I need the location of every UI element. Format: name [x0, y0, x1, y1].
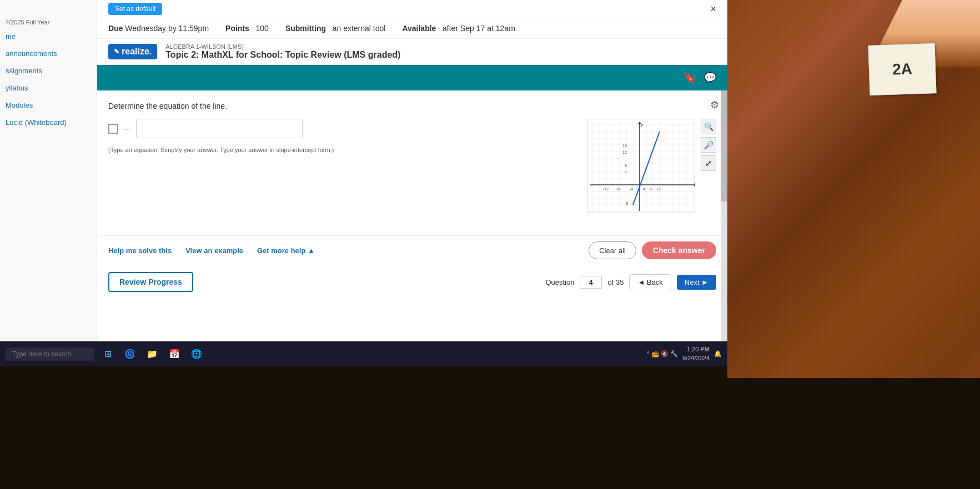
action-row: Help me solve this View an example Get m… [97, 235, 727, 265]
available-label: Available [402, 24, 436, 33]
screen: 4/2025 Full Year me announcements ssignm… [0, 0, 727, 366]
navigation-area: Question of 35 ◄ Back Next ► [545, 274, 716, 290]
realize-subtitle: ALGEBRA 1-WILSON (LMS) [165, 43, 400, 50]
realize-title: Topic 2: MathXL for School: Topic Review… [165, 50, 400, 60]
sidebar-year: 4/2025 Full Year [0, 17, 97, 28]
zoom-out-button[interactable]: 🔎 [701, 137, 716, 153]
current-date: 9/24/2024 [682, 354, 710, 362]
available-value: after Sep 17 at 12am [443, 24, 515, 33]
submitting-value: an external tool [333, 24, 386, 33]
paper-card: 2A [868, 43, 936, 95]
realize-header: ✎ realize. ALGEBRA 1-WILSON (LMS) Topic … [97, 39, 727, 65]
due-label: Due [108, 24, 123, 33]
svg-text:-8: -8 [616, 187, 620, 191]
scrollbar[interactable] [721, 90, 727, 366]
taskbar-files-icon[interactable]: 📁 [143, 345, 161, 363]
answer-checkbox[interactable] [108, 124, 118, 134]
current-time: 1:20 PM [682, 345, 710, 354]
help-me-solve-link[interactable]: Help me solve this [108, 246, 172, 255]
of-label: of 35 [607, 278, 624, 286]
paper-card-text: 2A [892, 60, 913, 78]
get-more-help-link[interactable]: Get more help ▲ [257, 246, 315, 255]
question-area: ⚙ Determine the equation of the line. ··… [97, 90, 727, 235]
realize-logo-text: realize. [122, 47, 152, 57]
due-value: Wednesday by 11:59pm [125, 24, 209, 33]
realize-logo[interactable]: ✎ realize. [108, 44, 157, 59]
settings-icon[interactable]: ⚙ [710, 99, 719, 111]
close-button[interactable]: × [710, 3, 716, 15]
assignment-info: Due Wednesday by 11:59pm Points 100 Subm… [97, 18, 727, 39]
svg-text:4: 4 [643, 187, 645, 191]
graph-area: y -12 -8 -4 4 8 12 16 12 8 4 -8 [587, 119, 716, 213]
svg-text:-12: -12 [603, 187, 609, 191]
equation-input-row: ··· [108, 119, 576, 138]
question-text: Determine the equation of the line. [108, 102, 716, 110]
svg-text:-4: -4 [630, 187, 633, 191]
question-label: Question [545, 278, 574, 286]
taskbar-calendar-icon[interactable]: 📅 [165, 345, 183, 363]
taskbar-start-icon[interactable]: ⊞ [99, 345, 117, 363]
taskbar-edge-icon[interactable]: 🌀 [121, 345, 139, 363]
sidebar-item-home[interactable]: me [0, 28, 97, 45]
svg-text:4: 4 [625, 170, 627, 174]
teal-toolbar: 🔖 💬 [97, 65, 727, 90]
submitting-label: Submitting [285, 24, 326, 33]
set-default-button[interactable]: Set as default [108, 3, 162, 15]
taskbar-system-tray: ^ 📻 🔇 🔧 [647, 350, 678, 357]
sidebar-item-lucid[interactable]: Lucid (Whiteboard) [0, 114, 97, 131]
laptop-bottom [727, 378, 980, 489]
taskbar-search-input[interactable] [6, 347, 94, 361]
svg-marker-32 [694, 183, 695, 186]
bookmark-icon[interactable]: 🔖 [684, 72, 696, 84]
sidebar-item-syllabus[interactable]: yllabus [0, 79, 97, 97]
chat-icon[interactable]: 💬 [704, 72, 716, 84]
taskbar-right: ^ 📻 🔇 🔧 1:20 PM 9/24/2024 🔔 [647, 345, 722, 362]
sidebar-item-assignments[interactable]: ssignments [0, 62, 97, 79]
realize-title-area: ALGEBRA 1-WILSON (LMS) Topic 2: MathXL f… [165, 43, 400, 60]
sidebar-item-announcements[interactable]: announcements [0, 45, 97, 62]
next-button[interactable]: Next ► [677, 275, 716, 290]
input-hint: (Type an equation. Simplify your answer.… [108, 147, 576, 153]
svg-text:12: 12 [656, 187, 661, 191]
equation-input[interactable] [136, 119, 303, 138]
input-area: ··· (Type an equation. Simplify your ans… [108, 119, 576, 153]
points-label: Points [225, 24, 249, 33]
main-content: Set as default × Due Wednesday by 11:59p… [97, 0, 727, 366]
svg-text:y: y [641, 122, 643, 127]
svg-text:16: 16 [622, 144, 627, 148]
taskbar: ⊞ 🌀 📁 📅 🌐 ^ 📻 🔇 🔧 1:20 PM 9/24/2024 🔔 [0, 341, 727, 366]
svg-text:8: 8 [625, 164, 627, 168]
check-answer-button[interactable]: Check answer [642, 241, 716, 259]
drag-handle[interactable]: ··· [124, 124, 130, 133]
bottom-controls: Review Progress Question of 35 ◄ Back Ne… [97, 265, 727, 299]
input-graph-row: ··· (Type an equation. Simplify your ans… [108, 119, 716, 213]
top-bar: Set as default × [97, 0, 727, 18]
question-number-input[interactable] [580, 276, 602, 289]
taskbar-time: 1:20 PM 9/24/2024 [682, 345, 710, 362]
zoom-in-button[interactable]: 🔍 [701, 119, 716, 134]
scrollbar-thumb[interactable] [721, 90, 727, 201]
svg-text:12: 12 [622, 150, 627, 154]
back-button[interactable]: ◄ Back [629, 274, 671, 290]
view-example-link[interactable]: View an example [185, 246, 243, 255]
notification-icon[interactable]: 🔔 [714, 350, 722, 357]
taskbar-chrome-icon[interactable]: 🌐 [188, 345, 205, 363]
review-progress-button[interactable]: Review Progress [108, 272, 193, 292]
edit-icon: ✎ [114, 48, 119, 56]
points-value: 100 [256, 24, 269, 33]
svg-text:8: 8 [650, 187, 652, 191]
expand-button[interactable]: ⤢ [701, 155, 716, 171]
coordinate-graph: y -12 -8 -4 4 8 12 16 12 8 4 -8 [587, 119, 695, 213]
svg-text:-8: -8 [625, 201, 628, 205]
graph-tools: 🔍 🔎 ⤢ [701, 119, 716, 171]
sidebar: 4/2025 Full Year me announcements ssignm… [0, 0, 97, 366]
clear-all-button[interactable]: Clear all [589, 241, 636, 259]
sidebar-item-modules[interactable]: Modules [0, 97, 97, 114]
